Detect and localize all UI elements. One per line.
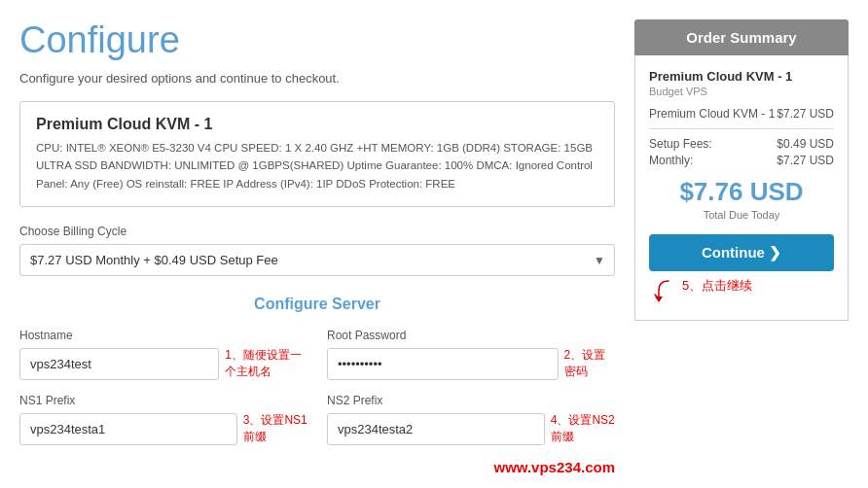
billing-select-wrapper[interactable]: $7.27 USD Monthly + $0.49 USD Setup Fee … [19,244,615,276]
configure-server-title: Configure Server [19,296,615,313]
svg-marker-0 [655,296,663,302]
arrow-annotation: 5、点击继续 [649,277,834,306]
annotation-5: 5、点击继续 [682,277,752,295]
password-input[interactable] [327,348,559,380]
password-field: Root Password 2、设置密码 [327,329,615,380]
password-label: Root Password [327,329,615,342]
product-specs: CPU: INTEL® XEON® E5-3230 V4 CPU SPEED: … [36,139,598,192]
total-price: $7.76 USD [649,177,834,207]
summary-monthly-row: Monthly: $7.27 USD [649,154,834,167]
billing-select[interactable]: $7.27 USD Monthly + $0.49 USD Setup Fee [19,244,615,276]
page-title: Configure [19,19,615,61]
summary-product-price-value: $7.27 USD [777,107,834,121]
arrow-icon [649,277,678,306]
monthly-label: Monthly: [649,154,693,167]
form-row-2: NS1 Prefix 3、设置NS1前缀 NS2 Prefix 4、设置NS2前… [19,394,615,445]
main-content: Configure Configure your desired options… [19,19,615,475]
page-subtitle: Configure your desired options and conti… [19,71,615,86]
summary-product-name: Premium Cloud KVM - 1 [649,69,834,84]
billing-section: Choose Billing Cycle $7.27 USD Monthly +… [19,225,615,276]
continue-button[interactable]: Continue ❯ [649,234,834,271]
ns2-label: NS2 Prefix [327,394,615,407]
product-name: Premium Cloud KVM - 1 [36,116,598,133]
order-summary: Order Summary Premium Cloud KVM - 1 Budg… [634,19,849,475]
hostname-annotation: 1、随便设置一个主机名 [225,347,307,380]
summary-setup-fees-row: Setup Fees: $0.49 USD [649,137,834,151]
monthly-value: $7.27 USD [777,154,834,167]
watermark: www.vps234.com [19,459,615,475]
summary-divider [649,128,834,129]
hostname-label: Hostname [19,329,307,342]
hostname-field: Hostname 1、随便设置一个主机名 [19,329,307,380]
ns1-input[interactable] [19,413,237,445]
setup-fees-label: Setup Fees: [649,137,712,151]
summary-product-price-label: Premium Cloud KVM - 1 [649,107,775,121]
password-annotation: 2、设置密码 [564,347,615,380]
total-label: Total Due Today [649,209,834,221]
product-box: Premium Cloud KVM - 1 CPU: INTEL® XEON® … [19,101,615,207]
summary-product-price-row: Premium Cloud KVM - 1 $7.27 USD [649,107,834,121]
setup-fees-value: $0.49 USD [777,137,834,151]
billing-label: Choose Billing Cycle [19,225,615,238]
hostname-input[interactable] [19,348,219,380]
order-summary-body: Premium Cloud KVM - 1 Budget VPS Premium… [634,55,849,321]
ns2-annotation: 4、设置NS2前缀 [551,412,615,445]
ns1-annotation: 3、设置NS1前缀 [243,412,307,445]
ns2-input[interactable] [327,413,545,445]
ns2-field: NS2 Prefix 4、设置NS2前缀 [327,394,615,445]
ns1-label: NS1 Prefix [19,394,307,407]
summary-product-sub: Budget VPS [649,86,834,97]
form-row-1: Hostname 1、随便设置一个主机名 Root Password 2、设置密… [19,329,615,380]
order-summary-header: Order Summary [634,19,849,55]
ns1-field: NS1 Prefix 3、设置NS1前缀 [19,394,307,445]
